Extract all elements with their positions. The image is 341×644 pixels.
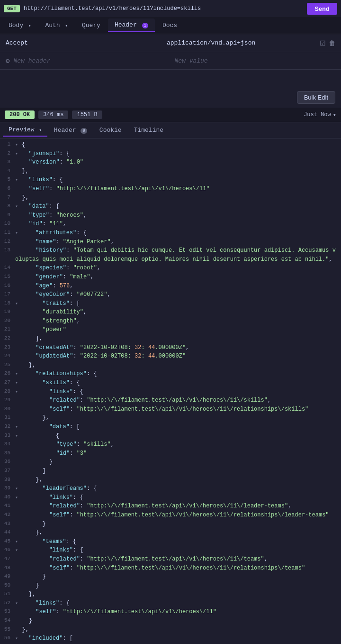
line-content: "version": "1.0" — [15, 158, 338, 167]
line-number: 8 — [0, 202, 15, 211]
collapse-arrow[interactable]: ▾ — [15, 151, 21, 156]
line-number: 27 — [0, 378, 15, 387]
collapse-arrow[interactable]: ▾ — [15, 204, 21, 209]
tab-query[interactable]: Query — [75, 19, 107, 32]
line-number: 14 — [0, 264, 15, 273]
collapse-arrow[interactable]: ▾ — [15, 230, 21, 236]
line-number: 23 — [0, 343, 15, 352]
json-line: 41 "related": "http:\/\/filament.test\/a… — [0, 502, 341, 511]
collapse-arrow[interactable]: ▾ — [15, 433, 21, 439]
new-value-placeholder[interactable]: New value — [174, 57, 335, 64]
collapse-arrow[interactable]: ▾ — [15, 539, 21, 544]
tab-docs[interactable]: Docs — [156, 19, 184, 32]
line-number: 29 — [0, 396, 15, 405]
collapse-arrow[interactable]: ▾ — [15, 486, 21, 491]
json-line: 4 }, — [0, 167, 341, 176]
line-number: 36 — [0, 458, 15, 467]
line-number: 42 — [0, 511, 15, 520]
json-line: 23 "createdAt": "2022-10-02T08: 32: 44.0… — [0, 343, 341, 352]
line-content: } — [15, 572, 338, 581]
line-content: ▾ "links": { — [15, 175, 338, 184]
line-content: ▾ "data": { — [15, 202, 338, 211]
bulk-edit-button[interactable]: Bulk Edit — [297, 91, 335, 104]
header-accept-key: Accept — [6, 39, 167, 46]
line-number: 13 — [0, 246, 15, 264]
line-content: ], — [15, 334, 338, 343]
json-line: 10 "id": "11", — [0, 220, 341, 229]
json-line: 39▾ "leaderTeams": { — [0, 484, 341, 493]
line-number: 2 — [0, 149, 15, 158]
resp-tab-cookie[interactable]: Cookie — [94, 124, 127, 136]
line-content: ▾ "links": { — [15, 493, 338, 502]
line-content: }, — [15, 167, 338, 176]
collapse-arrow[interactable]: ▾ — [15, 301, 21, 306]
collapse-arrow[interactable]: ▾ — [15, 371, 21, 377]
resp-tab-timeline[interactable]: Timeline — [128, 124, 169, 136]
tab-header[interactable]: Header 1 — [108, 18, 155, 32]
line-content: ▾ "jsonapi": { — [15, 149, 338, 158]
header-accept-actions: ☑ 🗑 — [320, 39, 335, 47]
line-number: 34 — [0, 440, 15, 449]
line-content: }, — [15, 590, 338, 599]
collapse-arrow[interactable]: ▾ — [15, 142, 21, 147]
json-line: 33▾ { — [0, 432, 341, 441]
status-time: 346 ms — [38, 110, 68, 119]
line-number: 3 — [0, 158, 15, 167]
send-button[interactable]: Send — [307, 3, 337, 15]
json-line: 31 }, — [0, 414, 341, 423]
line-content: ▾ { — [15, 140, 338, 149]
collapse-arrow[interactable]: ▾ — [15, 177, 21, 183]
line-content: }, — [15, 476, 338, 485]
json-line: 34 "type": "skills", — [0, 440, 341, 449]
line-number: 40 — [0, 493, 15, 502]
resp-tab-preview[interactable]: Preview ▾ — [3, 124, 47, 137]
tab-auth[interactable]: Auth ▾ — [38, 19, 74, 32]
line-content: "self": "http:\/\/filament.test\/api\/v1… — [15, 184, 338, 193]
collapse-arrow[interactable]: ▾ — [15, 548, 21, 553]
json-line: 25 }, — [0, 361, 341, 370]
collapse-arrow[interactable]: ▾ — [15, 380, 21, 386]
new-header-placeholder[interactable]: New header — [13, 57, 174, 64]
json-line: 48 "self": "http:\/\/filament.test\/api\… — [0, 564, 341, 573]
line-number: 44 — [0, 528, 15, 537]
bulk-edit-area: Bulk Edit — [0, 70, 341, 108]
line-content: ▾ "data": [ — [15, 423, 338, 432]
line-content: }, — [15, 626, 338, 635]
line-content: "age": 576, — [15, 282, 338, 291]
collapse-arrow[interactable]: ▾ — [15, 636, 21, 641]
line-number: 35 — [0, 449, 15, 458]
line-number: 10 — [0, 220, 15, 229]
header-checkbox-btn[interactable]: ☑ — [320, 39, 326, 47]
line-content: "id": "3" — [15, 449, 338, 458]
json-line: 54 } — [0, 616, 341, 626]
line-number: 1 — [0, 140, 15, 149]
json-line: 36 } — [0, 458, 341, 467]
collapse-arrow[interactable]: ▾ — [15, 601, 21, 606]
json-line: 32▾ "data": [ — [0, 423, 341, 432]
line-content: "gender": "male", — [15, 273, 338, 282]
collapse-arrow[interactable]: ▾ — [15, 495, 21, 500]
line-number: 43 — [0, 520, 15, 529]
json-line: 9 "type": "heroes", — [0, 211, 341, 220]
json-line: 22 ], — [0, 334, 341, 343]
json-line: 8▾ "data": { — [0, 202, 341, 211]
line-content: "name": "Angie Parker", — [15, 238, 338, 247]
line-number: 33 — [0, 432, 15, 441]
json-line: 6 "self": "http:\/\/filament.test\/api\/… — [0, 184, 341, 193]
resp-tab-header[interactable]: Header 9 — [48, 124, 93, 136]
collapse-arrow[interactable]: ▾ — [15, 424, 21, 430]
json-line: 11▾ "attributes": { — [0, 229, 341, 238]
collapse-arrow[interactable]: ▾ — [15, 389, 21, 395]
line-number: 32 — [0, 423, 15, 432]
json-line: 44 }, — [0, 528, 341, 537]
line-number: 28 — [0, 387, 15, 396]
json-line: 30 "self": "http:\/\/filament.test\/api\… — [0, 405, 341, 414]
line-content: }, — [15, 414, 338, 423]
header-delete-btn[interactable]: 🗑 — [329, 39, 335, 47]
line-number: 51 — [0, 590, 15, 599]
tab-body[interactable]: Body ▾ — [2, 19, 37, 32]
json-line: 13 "history": "Totam qui debitis hic cum… — [0, 246, 341, 264]
status-code-badge: 200 OK — [5, 110, 35, 119]
line-number: 19 — [0, 308, 15, 317]
line-content: } — [15, 616, 338, 626]
